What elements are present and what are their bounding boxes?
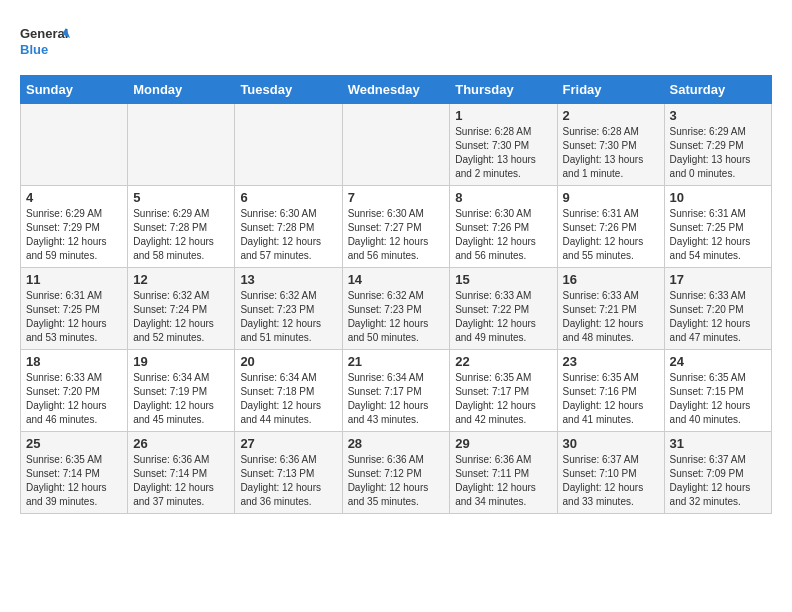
calendar-cell: 12Sunrise: 6:32 AM Sunset: 7:24 PM Dayli… [128,268,235,350]
calendar-cell: 24Sunrise: 6:35 AM Sunset: 7:15 PM Dayli… [664,350,771,432]
calendar-cell: 1Sunrise: 6:28 AM Sunset: 7:30 PM Daylig… [450,104,557,186]
day-info: Sunrise: 6:30 AM Sunset: 7:26 PM Dayligh… [455,207,551,263]
calendar-header-row: SundayMondayTuesdayWednesdayThursdayFrid… [21,76,772,104]
calendar-cell: 14Sunrise: 6:32 AM Sunset: 7:23 PM Dayli… [342,268,450,350]
calendar-cell: 16Sunrise: 6:33 AM Sunset: 7:21 PM Dayli… [557,268,664,350]
calendar-cell: 29Sunrise: 6:36 AM Sunset: 7:11 PM Dayli… [450,432,557,514]
day-number: 11 [26,272,122,287]
day-info: Sunrise: 6:29 AM Sunset: 7:29 PM Dayligh… [26,207,122,263]
day-number: 20 [240,354,336,369]
day-number: 22 [455,354,551,369]
day-number: 27 [240,436,336,451]
day-number: 9 [563,190,659,205]
day-info: Sunrise: 6:29 AM Sunset: 7:29 PM Dayligh… [670,125,766,181]
calendar-cell: 8Sunrise: 6:30 AM Sunset: 7:26 PM Daylig… [450,186,557,268]
day-number: 7 [348,190,445,205]
day-info: Sunrise: 6:29 AM Sunset: 7:28 PM Dayligh… [133,207,229,263]
day-number: 10 [670,190,766,205]
calendar-cell [128,104,235,186]
day-header-friday: Friday [557,76,664,104]
calendar-cell [342,104,450,186]
calendar-table: SundayMondayTuesdayWednesdayThursdayFrid… [20,75,772,514]
day-number: 13 [240,272,336,287]
svg-text:General: General [20,26,68,41]
day-info: Sunrise: 6:36 AM Sunset: 7:11 PM Dayligh… [455,453,551,509]
day-info: Sunrise: 6:34 AM Sunset: 7:19 PM Dayligh… [133,371,229,427]
day-header-wednesday: Wednesday [342,76,450,104]
day-number: 25 [26,436,122,451]
calendar-cell: 18Sunrise: 6:33 AM Sunset: 7:20 PM Dayli… [21,350,128,432]
calendar-cell: 21Sunrise: 6:34 AM Sunset: 7:17 PM Dayli… [342,350,450,432]
calendar-cell: 5Sunrise: 6:29 AM Sunset: 7:28 PM Daylig… [128,186,235,268]
calendar-cell: 15Sunrise: 6:33 AM Sunset: 7:22 PM Dayli… [450,268,557,350]
day-info: Sunrise: 6:32 AM Sunset: 7:24 PM Dayligh… [133,289,229,345]
day-number: 19 [133,354,229,369]
calendar-cell [21,104,128,186]
day-number: 3 [670,108,766,123]
calendar-cell: 9Sunrise: 6:31 AM Sunset: 7:26 PM Daylig… [557,186,664,268]
day-info: Sunrise: 6:35 AM Sunset: 7:16 PM Dayligh… [563,371,659,427]
calendar-cell: 28Sunrise: 6:36 AM Sunset: 7:12 PM Dayli… [342,432,450,514]
logo: General Blue [20,20,70,65]
day-info: Sunrise: 6:33 AM Sunset: 7:21 PM Dayligh… [563,289,659,345]
calendar-cell: 20Sunrise: 6:34 AM Sunset: 7:18 PM Dayli… [235,350,342,432]
calendar-cell: 17Sunrise: 6:33 AM Sunset: 7:20 PM Dayli… [664,268,771,350]
day-number: 31 [670,436,766,451]
day-info: Sunrise: 6:30 AM Sunset: 7:27 PM Dayligh… [348,207,445,263]
day-number: 16 [563,272,659,287]
day-number: 26 [133,436,229,451]
day-info: Sunrise: 6:34 AM Sunset: 7:17 PM Dayligh… [348,371,445,427]
day-info: Sunrise: 6:37 AM Sunset: 7:09 PM Dayligh… [670,453,766,509]
day-header-monday: Monday [128,76,235,104]
day-info: Sunrise: 6:32 AM Sunset: 7:23 PM Dayligh… [240,289,336,345]
calendar-week-row: 4Sunrise: 6:29 AM Sunset: 7:29 PM Daylig… [21,186,772,268]
day-number: 28 [348,436,445,451]
day-info: Sunrise: 6:36 AM Sunset: 7:12 PM Dayligh… [348,453,445,509]
day-info: Sunrise: 6:35 AM Sunset: 7:15 PM Dayligh… [670,371,766,427]
day-number: 6 [240,190,336,205]
calendar-cell: 3Sunrise: 6:29 AM Sunset: 7:29 PM Daylig… [664,104,771,186]
day-info: Sunrise: 6:37 AM Sunset: 7:10 PM Dayligh… [563,453,659,509]
day-info: Sunrise: 6:31 AM Sunset: 7:25 PM Dayligh… [670,207,766,263]
calendar-cell [235,104,342,186]
day-number: 18 [26,354,122,369]
day-number: 15 [455,272,551,287]
day-info: Sunrise: 6:33 AM Sunset: 7:20 PM Dayligh… [670,289,766,345]
day-number: 1 [455,108,551,123]
calendar-cell: 22Sunrise: 6:35 AM Sunset: 7:17 PM Dayli… [450,350,557,432]
calendar-cell: 6Sunrise: 6:30 AM Sunset: 7:28 PM Daylig… [235,186,342,268]
calendar-cell: 7Sunrise: 6:30 AM Sunset: 7:27 PM Daylig… [342,186,450,268]
day-info: Sunrise: 6:32 AM Sunset: 7:23 PM Dayligh… [348,289,445,345]
calendar-cell: 31Sunrise: 6:37 AM Sunset: 7:09 PM Dayli… [664,432,771,514]
calendar-cell: 13Sunrise: 6:32 AM Sunset: 7:23 PM Dayli… [235,268,342,350]
day-number: 8 [455,190,551,205]
day-header-sunday: Sunday [21,76,128,104]
calendar-week-row: 25Sunrise: 6:35 AM Sunset: 7:14 PM Dayli… [21,432,772,514]
page-header: General Blue [20,20,772,65]
day-number: 12 [133,272,229,287]
day-info: Sunrise: 6:28 AM Sunset: 7:30 PM Dayligh… [563,125,659,181]
calendar-cell: 19Sunrise: 6:34 AM Sunset: 7:19 PM Dayli… [128,350,235,432]
day-info: Sunrise: 6:28 AM Sunset: 7:30 PM Dayligh… [455,125,551,181]
day-info: Sunrise: 6:33 AM Sunset: 7:22 PM Dayligh… [455,289,551,345]
calendar-cell: 23Sunrise: 6:35 AM Sunset: 7:16 PM Dayli… [557,350,664,432]
day-info: Sunrise: 6:31 AM Sunset: 7:25 PM Dayligh… [26,289,122,345]
calendar-cell: 10Sunrise: 6:31 AM Sunset: 7:25 PM Dayli… [664,186,771,268]
day-number: 2 [563,108,659,123]
logo-svg: General Blue [20,20,70,65]
day-info: Sunrise: 6:30 AM Sunset: 7:28 PM Dayligh… [240,207,336,263]
day-header-saturday: Saturday [664,76,771,104]
calendar-cell: 27Sunrise: 6:36 AM Sunset: 7:13 PM Dayli… [235,432,342,514]
day-number: 4 [26,190,122,205]
svg-text:Blue: Blue [20,42,48,57]
calendar-week-row: 11Sunrise: 6:31 AM Sunset: 7:25 PM Dayli… [21,268,772,350]
calendar-cell: 4Sunrise: 6:29 AM Sunset: 7:29 PM Daylig… [21,186,128,268]
day-info: Sunrise: 6:36 AM Sunset: 7:14 PM Dayligh… [133,453,229,509]
calendar-cell: 2Sunrise: 6:28 AM Sunset: 7:30 PM Daylig… [557,104,664,186]
day-info: Sunrise: 6:34 AM Sunset: 7:18 PM Dayligh… [240,371,336,427]
day-info: Sunrise: 6:31 AM Sunset: 7:26 PM Dayligh… [563,207,659,263]
day-number: 23 [563,354,659,369]
day-number: 30 [563,436,659,451]
calendar-week-row: 1Sunrise: 6:28 AM Sunset: 7:30 PM Daylig… [21,104,772,186]
calendar-week-row: 18Sunrise: 6:33 AM Sunset: 7:20 PM Dayli… [21,350,772,432]
